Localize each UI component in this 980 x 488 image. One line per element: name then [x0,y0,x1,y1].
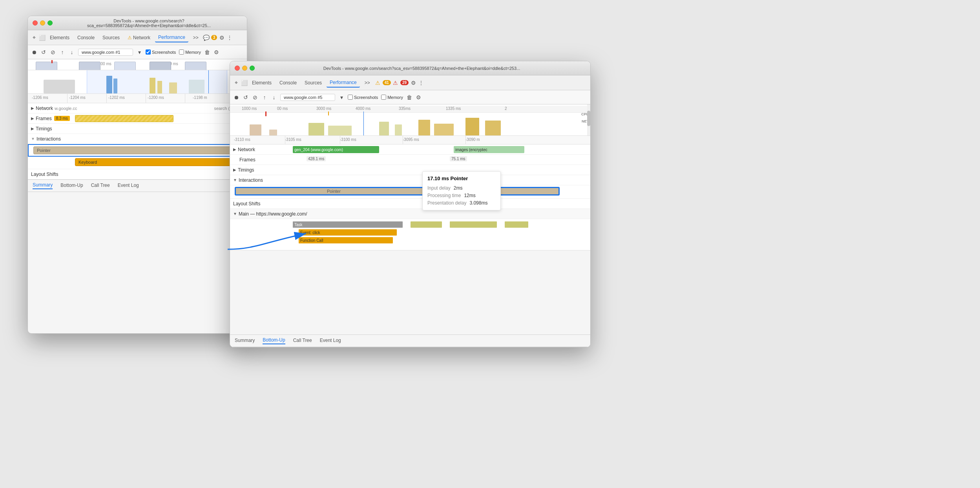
clear-icon-1[interactable]: ⊘ [50,49,56,55]
dropdown-icon-2[interactable]: ▾ [338,94,345,101]
tab-sources-1[interactable]: Sources [99,33,123,42]
tab-console-2[interactable]: Console [276,79,300,87]
pointer-bar-1[interactable]: Pointer [33,146,238,154]
bottom-tab-calltree-1[interactable]: Call Tree [91,183,110,189]
device-icon-1[interactable]: ⬜ [39,35,45,41]
more-icon-2[interactable]: ⋮ [418,80,424,86]
warning-icon-2: ⚠ [375,80,381,86]
frames-badge-1: 8.3 ms [54,116,70,121]
tab-more-2[interactable]: >> [361,79,373,87]
bottom-tab-summary-2[interactable]: Summary [235,338,255,344]
url-selector-2[interactable]: www.google.com #5 [280,94,335,101]
url-selector-1[interactable]: www.google.com #1 [78,49,133,56]
ruler-1000-2: 1000 ms [242,106,257,111]
bottom-tab-eventlog-2[interactable]: Event Log [320,338,341,344]
dropdown-icon-1[interactable]: ▾ [136,49,142,55]
network-row-1[interactable]: ▶ Network w.google.cc search (www [28,103,247,113]
clear-icon-2[interactable]: ⊘ [252,94,258,101]
reload-icon-2[interactable]: ↺ [243,94,249,101]
pointer-row-1[interactable]: Pointer [28,144,247,157]
record-icon-1[interactable]: ⏺ [31,49,37,55]
more-icon-1[interactable]: ⋮ [226,35,233,41]
ruler-3000-2: 3000 ms [316,106,331,111]
frames-row-1[interactable]: ▶ Frames 8.3 ms [28,113,247,124]
pointer-row-2[interactable]: Pointer [230,185,590,199]
pointer-label-1: Pointer [37,148,51,153]
tab-network-1[interactable]: ⚠ Network [124,33,153,42]
bottom-tab-bottomup-1[interactable]: Bottom-Up [60,183,83,189]
frames-row-2[interactable]: Frames 428.1 ms 75.1 ms [230,155,590,165]
tooltip-2: 17.10 ms Pointer Input delay 2ms Process… [422,171,501,210]
panel-body-2: ▶ Network gen_204 (www.google.com) image… [230,144,590,250]
download-icon-1[interactable]: ↓ [69,49,75,55]
warning-badge-2: 41 [383,80,391,85]
ruler-3095: -3095 ms [403,137,419,142]
upload-icon-1[interactable]: ↑ [59,49,66,55]
layout-shifts-label-2: Layout Shifts [233,201,260,207]
timeline-ruler-top-1: 1000 ms 300 ms 220 ms [28,59,247,70]
download-icon-2[interactable]: ↓ [271,94,277,101]
close-button-1[interactable] [33,20,38,26]
minimize-button-1[interactable] [40,20,45,26]
reload-icon-1[interactable]: ↺ [40,49,47,55]
error-icon-2: ⚠ [392,80,399,86]
frames2-ms-2: 75.1 ms [450,156,467,161]
tab-console-1[interactable]: Console [74,33,98,42]
ruler-line-2c [403,136,403,144]
pointer-label-2: Pointer [327,189,341,194]
tab-more-1[interactable]: >> [190,33,202,42]
settings-icon-1[interactable]: ⚙ [219,35,225,41]
maximize-button-2[interactable] [250,66,255,71]
layout-shifts-row-2[interactable]: Layout Shifts [230,199,590,209]
tab-elements-1[interactable]: Elements [47,33,73,42]
trash-icon-2[interactable]: 🗑 [406,94,412,101]
bottom-tab-eventlog-1[interactable]: Event Log [118,183,139,189]
scrollbar-thumb-2[interactable] [587,111,590,126]
record-icon-2[interactable]: ⏺ [233,94,239,101]
screenshots-checkbox-1[interactable]: Screenshots [146,49,176,55]
keyboard-bar-1[interactable]: Keyboard [75,158,245,166]
tab-performance-1[interactable]: Performance [155,33,188,42]
tab-sources-2[interactable]: Sources [301,79,325,87]
warning-icon-network: ⚠ [128,35,132,40]
gear-icon-1[interactable]: ⚙ [214,49,220,55]
layout-shifts-row-1[interactable]: Layout Shifts [28,169,247,179]
ruler-1198: -1198 m [193,95,207,100]
minimize-button-2[interactable] [242,66,247,71]
event-click-bar-2: Event: click [299,229,397,236]
tab-elements-2[interactable]: Elements [249,79,275,87]
tab-performance-2[interactable]: Performance [327,78,360,88]
screenshots-checkbox-2[interactable]: Screenshots [348,95,378,100]
tooltip-processing-time: Processing time 12ms [427,192,496,199]
maximize-button-1[interactable] [47,20,53,26]
ruler-1206: -1206 ms [32,95,48,100]
bottom-tabs-2: Summary Bottom-Up Call Tree Event Log [230,334,590,347]
interactions-row-2[interactable]: ▼ Interactions [230,175,590,185]
keyboard-row-1[interactable]: Keyboard [28,157,247,169]
ruler-line-2a [285,136,285,144]
timings-row-2[interactable]: ▶ Timings [230,165,590,175]
ruler-4000-2: 4000 ms [356,106,370,111]
memory-checkbox-1[interactable]: Memory [179,49,201,55]
trash-icon-1[interactable]: 🗑 [204,49,210,55]
bottom-tab-summary-1[interactable]: Summary [33,182,53,189]
chat-icon-1[interactable]: 💬 [203,35,210,41]
network-row-2[interactable]: ▶ Network gen_204 (www.google.com) image… [230,144,590,155]
cursor-icon-1[interactable]: ⌖ [31,35,37,41]
panel-body-1: ▶ Network w.google.cc search (www ▶ Fram… [28,103,247,179]
bottom-tab-calltree-2[interactable]: Call Tree [293,338,312,344]
arrow-main-2: ▼ [233,212,237,216]
main-row-2[interactable]: ▼ Main — https://www.google.com/ [230,209,590,219]
devtools-toolbar-1: ⌖ ⬜ Elements Console Sources ⚠ Network P… [28,30,247,45]
memory-checkbox-2[interactable]: Memory [381,95,403,100]
timings-row-1[interactable]: ▶ Timings [28,124,247,134]
settings-icon-2[interactable]: ⚙ [410,80,416,86]
time-cursor-2 [363,111,364,135]
bottom-tab-bottomup-2[interactable]: Bottom-Up [263,337,285,344]
gear-icon-2[interactable]: ⚙ [416,94,422,101]
cursor-icon-2[interactable]: ⌖ [233,80,239,86]
close-button-2[interactable] [235,66,240,71]
upload-icon-2[interactable]: ↑ [261,94,268,101]
device-icon-2[interactable]: ⬜ [241,80,247,86]
interactions-row-1[interactable]: ▼ Interactions [28,134,247,144]
